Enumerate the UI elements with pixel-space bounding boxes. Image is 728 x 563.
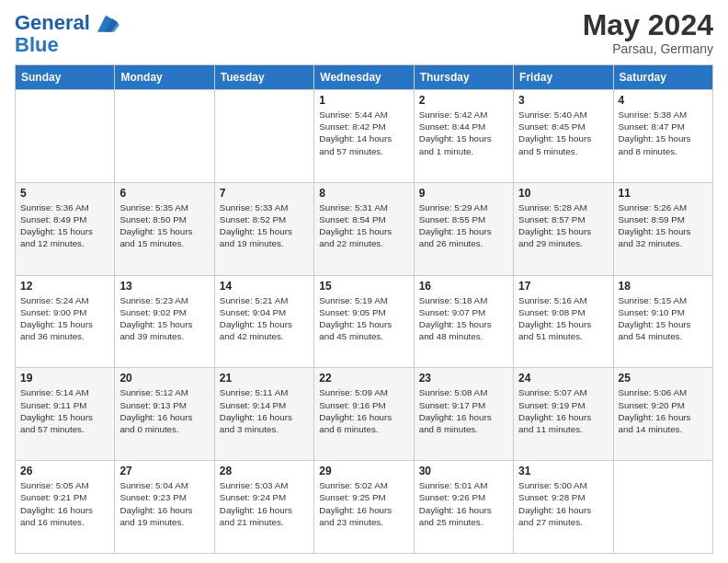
col-sunday: Sunday [16, 65, 115, 90]
cell-date: 10 [518, 187, 608, 200]
cell-date: 30 [419, 465, 508, 477]
page: General Blue May 2024 Parsau, Germany Su… [0, 0, 728, 563]
cell-date: 31 [518, 465, 608, 477]
calendar-week-1: 1 Sunrise: 5:44 AMSunset: 8:42 PMDayligh… [16, 90, 713, 183]
table-row: 11 Sunrise: 5:26 AMSunset: 8:59 PMDaylig… [613, 182, 712, 275]
cell-date: 17 [518, 280, 608, 293]
table-row: 4 Sunrise: 5:38 AMSunset: 8:47 PMDayligh… [613, 90, 712, 183]
cell-date: 16 [419, 280, 508, 293]
table-row: 3 Sunrise: 5:40 AMSunset: 8:45 PMDayligh… [514, 90, 613, 183]
table-row: 1 Sunrise: 5:44 AMSunset: 8:42 PMDayligh… [314, 90, 414, 183]
table-row: 22 Sunrise: 5:09 AMSunset: 9:16 PMDaylig… [314, 368, 414, 461]
table-row: 16 Sunrise: 5:18 AMSunset: 9:07 PMDaylig… [414, 275, 513, 368]
table-row [115, 90, 214, 183]
cell-info: Sunrise: 5:08 AMSunset: 9:17 PMDaylight:… [419, 386, 508, 435]
cell-date: 7 [220, 187, 309, 200]
cell-info: Sunrise: 5:26 AMSunset: 8:59 PMDaylight:… [619, 201, 708, 250]
table-row: 6 Sunrise: 5:35 AMSunset: 8:50 PMDayligh… [115, 182, 214, 275]
table-row: 2 Sunrise: 5:42 AMSunset: 8:44 PMDayligh… [414, 90, 513, 183]
cell-info: Sunrise: 5:07 AMSunset: 9:19 PMDaylight:… [518, 386, 608, 435]
table-row: 23 Sunrise: 5:08 AMSunset: 9:17 PMDaylig… [414, 368, 513, 461]
cell-date: 23 [419, 372, 508, 385]
cell-date: 5 [20, 187, 109, 200]
table-row: 13 Sunrise: 5:23 AMSunset: 9:02 PMDaylig… [115, 275, 214, 368]
month-year: May 2024 [583, 9, 713, 41]
calendar-week-4: 19 Sunrise: 5:14 AMSunset: 9:11 PMDaylig… [16, 368, 713, 461]
cell-date: 25 [619, 372, 708, 385]
table-row: 7 Sunrise: 5:33 AMSunset: 8:52 PMDayligh… [214, 182, 313, 275]
table-row [214, 90, 313, 183]
table-row: 24 Sunrise: 5:07 AMSunset: 9:19 PMDaylig… [514, 368, 613, 461]
cell-info: Sunrise: 5:09 AMSunset: 9:16 PMDaylight:… [319, 386, 408, 435]
logo: General Blue [15, 9, 119, 57]
table-row: 21 Sunrise: 5:11 AMSunset: 9:14 PMDaylig… [214, 368, 313, 461]
col-thursday: Thursday [414, 65, 513, 90]
cell-date: 11 [619, 187, 708, 200]
table-row: 8 Sunrise: 5:31 AMSunset: 8:54 PMDayligh… [314, 182, 414, 275]
col-tuesday: Tuesday [214, 65, 313, 90]
table-row: 18 Sunrise: 5:15 AMSunset: 9:10 PMDaylig… [613, 275, 712, 368]
table-row: 10 Sunrise: 5:28 AMSunset: 8:57 PMDaylig… [514, 182, 613, 275]
cell-info: Sunrise: 5:06 AMSunset: 9:20 PMDaylight:… [619, 386, 708, 435]
cell-date: 21 [220, 372, 309, 385]
location: Parsau, Germany [583, 41, 713, 56]
table-row: 15 Sunrise: 5:19 AMSunset: 9:05 PMDaylig… [314, 275, 414, 368]
cell-info: Sunrise: 5:40 AMSunset: 8:45 PMDaylight:… [518, 109, 608, 157]
header: General Blue May 2024 Parsau, Germany [15, 9, 713, 57]
cell-info: Sunrise: 5:35 AMSunset: 8:50 PMDaylight:… [119, 201, 209, 250]
cell-date: 1 [319, 94, 408, 107]
cell-info: Sunrise: 5:00 AMSunset: 9:28 PMDaylight:… [518, 479, 608, 528]
table-row [16, 90, 115, 183]
cell-info: Sunrise: 5:11 AMSunset: 9:14 PMDaylight:… [220, 386, 309, 435]
cell-date: 9 [419, 187, 508, 200]
cell-date: 19 [20, 372, 109, 385]
cell-date: 2 [419, 94, 508, 107]
table-row: 5 Sunrise: 5:36 AMSunset: 8:49 PMDayligh… [16, 182, 115, 275]
header-row: Sunday Monday Tuesday Wednesday Thursday… [16, 65, 713, 90]
cell-info: Sunrise: 5:44 AMSunset: 8:42 PMDaylight:… [319, 109, 408, 157]
cell-date: 22 [319, 372, 408, 385]
calendar-week-2: 5 Sunrise: 5:36 AMSunset: 8:49 PMDayligh… [16, 182, 713, 275]
col-friday: Friday [514, 65, 613, 90]
cell-date: 26 [20, 465, 109, 477]
cell-info: Sunrise: 5:42 AMSunset: 8:44 PMDaylight:… [419, 109, 508, 157]
cell-date: 6 [119, 187, 209, 200]
cell-date: 15 [319, 280, 408, 293]
logo-text: General [15, 13, 90, 33]
cell-info: Sunrise: 5:28 AMSunset: 8:57 PMDaylight:… [518, 201, 608, 250]
cell-info: Sunrise: 5:19 AMSunset: 9:05 PMDaylight:… [319, 294, 408, 343]
table-row: 30 Sunrise: 5:01 AMSunset: 9:26 PMDaylig… [414, 461, 513, 554]
table-row: 31 Sunrise: 5:00 AMSunset: 9:28 PMDaylig… [514, 461, 613, 554]
cell-info: Sunrise: 5:01 AMSunset: 9:26 PMDaylight:… [419, 479, 508, 528]
table-row: 9 Sunrise: 5:29 AMSunset: 8:55 PMDayligh… [414, 182, 513, 275]
table-row: 20 Sunrise: 5:12 AMSunset: 9:13 PMDaylig… [115, 368, 214, 461]
cell-date: 4 [619, 94, 708, 107]
logo-icon [92, 9, 119, 37]
cell-date: 28 [220, 465, 309, 477]
cell-info: Sunrise: 5:12 AMSunset: 9:13 PMDaylight:… [119, 386, 209, 435]
cell-date: 14 [220, 280, 309, 293]
cell-info: Sunrise: 5:29 AMSunset: 8:55 PMDaylight:… [419, 201, 508, 250]
cell-info: Sunrise: 5:38 AMSunset: 8:47 PMDaylight:… [619, 109, 708, 157]
table-row: 12 Sunrise: 5:24 AMSunset: 9:00 PMDaylig… [16, 275, 115, 368]
cell-date: 13 [119, 280, 209, 293]
cell-date: 8 [319, 187, 408, 200]
cell-date: 3 [518, 94, 608, 107]
table-row [613, 461, 712, 554]
table-row: 29 Sunrise: 5:02 AMSunset: 9:25 PMDaylig… [314, 461, 414, 554]
cell-date: 20 [119, 372, 209, 385]
cell-info: Sunrise: 5:16 AMSunset: 9:08 PMDaylight:… [518, 294, 608, 343]
cell-date: 27 [119, 465, 209, 477]
cell-date: 24 [518, 372, 608, 385]
col-monday: Monday [115, 65, 214, 90]
cell-info: Sunrise: 5:14 AMSunset: 9:11 PMDaylight:… [20, 386, 109, 435]
cell-info: Sunrise: 5:18 AMSunset: 9:07 PMDaylight:… [419, 294, 508, 343]
calendar-week-3: 12 Sunrise: 5:24 AMSunset: 9:00 PMDaylig… [16, 275, 713, 368]
calendar-week-5: 26 Sunrise: 5:05 AMSunset: 9:21 PMDaylig… [16, 461, 713, 554]
calendar-table: Sunday Monday Tuesday Wednesday Thursday… [15, 64, 713, 554]
table-row: 27 Sunrise: 5:04 AMSunset: 9:23 PMDaylig… [115, 461, 214, 554]
cell-info: Sunrise: 5:04 AMSunset: 9:23 PMDaylight:… [119, 479, 209, 528]
cell-info: Sunrise: 5:24 AMSunset: 9:00 PMDaylight:… [20, 294, 109, 343]
title-block: May 2024 Parsau, Germany [583, 9, 713, 56]
table-row: 26 Sunrise: 5:05 AMSunset: 9:21 PMDaylig… [16, 461, 115, 554]
